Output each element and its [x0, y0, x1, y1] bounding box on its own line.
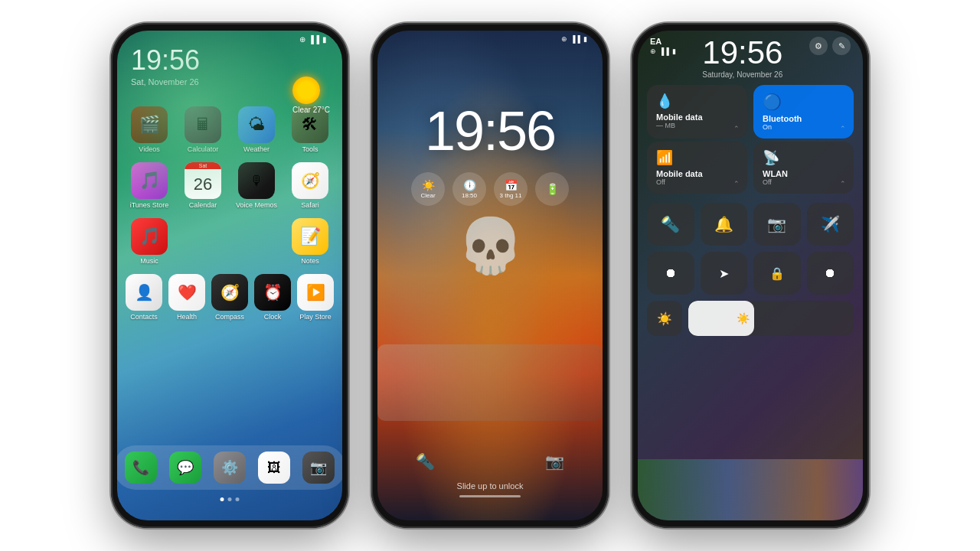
- cc-brightness-fill: ☀️: [688, 301, 754, 336]
- cc-wlan-sub: Off: [763, 178, 844, 186]
- app-calculator[interactable]: 🖩 Calculator: [178, 106, 227, 153]
- cc-wlan-icon: 📡: [763, 149, 844, 166]
- cc-btn-lock[interactable]: 🔒: [753, 252, 801, 295]
- control-center-bg: EA ⊕ ▐▐ ▮ 19:56 Saturday, November 26 ⚙ …: [638, 31, 863, 520]
- cc-header-actions: ⚙ ✎: [809, 37, 851, 55]
- cc-tile-bluetooth[interactable]: 🔵 Bluetooth On ⌃: [753, 85, 854, 139]
- cc-bluetooth-chevron: ⌃: [840, 125, 846, 132]
- phone-home: ⊕ ▐▐ ▮ 19:56 Sat, November 26 Clear 27°C…: [111, 23, 348, 528]
- app-videos[interactable]: 🎬 Videos: [125, 106, 174, 153]
- lock-unlock-area[interactable]: Slide up to unlock: [377, 481, 603, 497]
- app-weather[interactable]: 🌤 Weather: [232, 106, 281, 153]
- dock-photos[interactable]: 🖼: [258, 452, 290, 484]
- cc-brightness-row: ☀️ ☀️: [638, 301, 863, 336]
- dock-phone[interactable]: 📞: [125, 452, 157, 484]
- playstore-label: Play Store: [299, 313, 332, 321]
- cc-btn-location[interactable]: ➤: [701, 252, 748, 295]
- safari-label: Safari: [301, 201, 319, 209]
- app-health[interactable]: ❤️ Health: [168, 274, 206, 321]
- app-playstore[interactable]: ▶️ Play Store: [296, 274, 335, 321]
- cc-data-sub: — MB: [656, 122, 738, 129]
- app-calendar[interactable]: Sat 26 Calendar: [178, 162, 227, 209]
- cc-btn-bell[interactable]: 🔔: [701, 203, 748, 246]
- weather-widget: Clear 27°C: [292, 77, 330, 114]
- battery-icon: ▮: [322, 35, 327, 44]
- voicememo-icon: 🎙: [238, 162, 275, 199]
- cc-bottom-gradient: [638, 459, 863, 520]
- cc-tile-mobile[interactable]: 📶 Mobile data Off ⌃: [647, 142, 747, 194]
- dock-camera[interactable]: 📷: [302, 452, 335, 484]
- cc-brightness-btn[interactable]: ☀️: [647, 301, 682, 336]
- cc-edit-icon[interactable]: ✎: [832, 37, 851, 55]
- lock-time-icon: 🕕: [463, 179, 476, 191]
- itunes-icon: 🎵: [131, 162, 168, 199]
- compass-label: Compass: [215, 313, 244, 321]
- cc-mobile-sub: Off: [656, 178, 738, 186]
- cc-wlan-chevron: ⌃: [840, 180, 846, 187]
- cc-btn-airplane[interactable]: ✈️: [807, 203, 854, 246]
- app-grid-row2b: 🎵 Music 📝 Notes: [117, 214, 342, 269]
- weather-label: Weather: [243, 145, 270, 153]
- cc-tiles-row2: 📶 Mobile data Off ⌃ 📡 WLAN Off ⌃: [638, 139, 863, 197]
- page-dots: [220, 497, 240, 501]
- dock-phone-icon: 📞: [125, 452, 157, 484]
- cc-bluetooth-status: ⊕: [650, 47, 656, 55]
- lock-time: 19:56: [377, 99, 603, 162]
- cc-brightness-slider[interactable]: ☀️: [688, 301, 854, 336]
- itunes-label: iTunes Store: [130, 201, 169, 209]
- app-contacts[interactable]: 👤 Contacts: [125, 274, 163, 321]
- app-clock[interactable]: ⏰ Clock: [253, 274, 292, 321]
- dot-2: [228, 497, 232, 501]
- cc-settings-icon[interactable]: ⚙: [809, 37, 828, 55]
- cc-wlan-label: WLAN: [763, 169, 844, 178]
- calendar-number: 26: [185, 169, 221, 199]
- lock-torch-icon[interactable]: 🔦: [416, 452, 435, 471]
- brightness-slider-icon: ☀️: [737, 312, 750, 324]
- app-compass[interactable]: 🧭 Compass: [211, 274, 249, 321]
- cc-status-icons: ⊕ ▐▐ ▮: [650, 47, 676, 55]
- app-music[interactable]: 🎵 Music: [125, 218, 174, 265]
- empty-slot-2: [232, 218, 269, 265]
- app-safari[interactable]: 🧭 Safari: [286, 162, 335, 209]
- app-itunes[interactable]: 🎵 iTunes Store: [125, 162, 174, 209]
- cc-tile-data[interactable]: 💧 Mobile data — MB ⌃: [647, 85, 747, 139]
- lock-camera-bottom-icon[interactable]: 📷: [545, 452, 564, 471]
- cc-user: EA: [650, 37, 676, 46]
- app-notes[interactable]: 📝 Notes: [286, 218, 335, 265]
- dock-photos-icon: 🖼: [258, 452, 290, 484]
- cc-btn-record2[interactable]: ⏺: [807, 252, 854, 295]
- lock-unlock-bar: [459, 495, 521, 497]
- cc-mobile-label: Mobile data: [656, 169, 738, 178]
- signal-icon: ▐▐: [309, 35, 319, 44]
- dock-messages-icon: 💬: [169, 452, 201, 484]
- cc-tile-wlan[interactable]: 📡 WLAN Off ⌃: [753, 142, 854, 194]
- lock-bottom-icons: 🔦 📷: [377, 452, 603, 471]
- clock-label: Clock: [264, 313, 282, 321]
- dot-3: [236, 497, 240, 501]
- calendar-header: Sat: [185, 162, 221, 169]
- health-label: Health: [177, 313, 197, 321]
- status-icons-home: ⊕ ▐▐ ▮: [299, 35, 327, 44]
- lock-time-label: 18:50: [462, 192, 477, 199]
- music-icon: 🎵: [131, 218, 168, 255]
- lock-weather-label: Clear: [420, 192, 435, 199]
- videos-label: Videos: [139, 145, 159, 153]
- app-voicememo[interactable]: 🎙 Voice Memos: [232, 162, 281, 209]
- cc-data-label: Mobile data: [656, 112, 738, 122]
- cc-btn-camera[interactable]: 📷: [753, 203, 801, 246]
- dock-settings[interactable]: ⚙️: [214, 452, 246, 484]
- cc-btn-torch[interactable]: 🔦: [647, 203, 694, 246]
- weather-icon: 🌤: [238, 106, 275, 143]
- lockscreen-bg: ⊕ ▐▐ ▮ 19:56 ☀️ Clear 🕕 18:50 📅: [377, 31, 603, 520]
- health-icon: ❤️: [168, 274, 205, 311]
- weather-temp: Clear 27°C: [292, 106, 330, 114]
- home-time: 19:56: [117, 45, 342, 76]
- empty-slot-1: [178, 218, 215, 265]
- app-grid-row2: 🎵 iTunes Store Sat 26 Calendar 🎙 Voice M…: [117, 158, 342, 214]
- safari-icon: 🧭: [292, 162, 328, 199]
- phone-control: EA ⊕ ▐▐ ▮ 19:56 Saturday, November 26 ⚙ …: [632, 23, 869, 528]
- cc-buttons-row2: ⏺ ➤ 🔒 ⏺: [638, 252, 863, 295]
- cc-btn-record[interactable]: ⏺: [647, 252, 694, 295]
- dock-messages[interactable]: 💬: [169, 452, 201, 484]
- playstore-icon: ▶️: [297, 274, 334, 311]
